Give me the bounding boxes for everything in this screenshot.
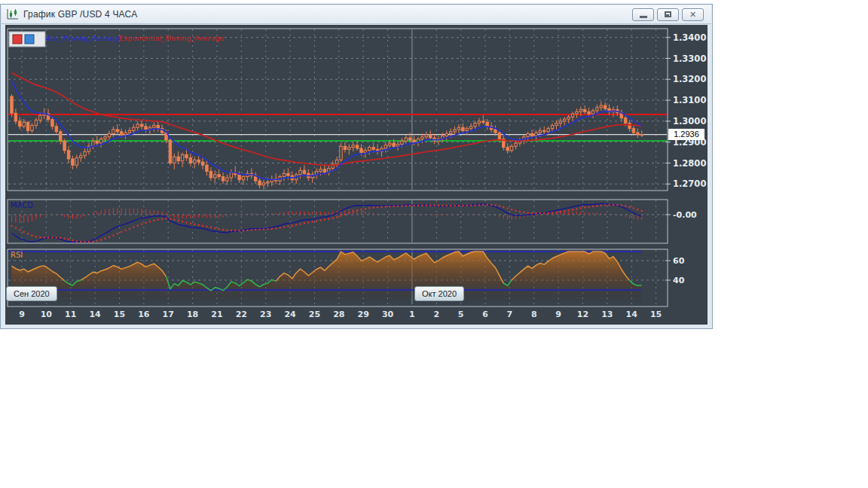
day-label: 21 (211, 310, 222, 319)
candle (262, 183, 264, 185)
candle (462, 127, 464, 130)
candle (340, 146, 342, 160)
candle (579, 110, 582, 112)
day-label: 30 (382, 310, 394, 319)
candle (356, 145, 358, 148)
candle (551, 125, 553, 128)
day-label: 25 (309, 310, 320, 319)
day-label: 9 (19, 310, 25, 319)
candle (352, 145, 354, 148)
minimize-button[interactable] (632, 8, 654, 21)
candle (19, 121, 21, 127)
restore-button[interactable] (657, 8, 679, 21)
candle (478, 121, 480, 124)
candle (555, 124, 558, 126)
day-label: 8 (531, 310, 537, 319)
candle (583, 110, 585, 112)
day-label: 10 (41, 310, 53, 319)
candle (600, 105, 602, 108)
day-label: 14 (89, 310, 101, 319)
candle (396, 144, 399, 146)
day-label: 9 (555, 310, 561, 319)
candle (80, 156, 82, 158)
desktop: График GBP /USD 4 ЧАСА ✕ Exponential_Mov… (0, 0, 868, 488)
window-titlebar[interactable]: График GBP /USD 4 ЧАСА ✕ (2, 5, 711, 24)
price-tick-label: 1.2700 (673, 178, 706, 189)
candle (283, 173, 285, 176)
candle (640, 135, 643, 136)
candle (319, 169, 322, 172)
candle (449, 132, 451, 134)
price-tick-label: 1.3200 (673, 74, 706, 84)
candle (14, 113, 17, 121)
day-label: 28 (333, 310, 344, 319)
close-icon: ✕ (689, 11, 696, 19)
candle (201, 162, 203, 165)
candle (348, 148, 350, 150)
candle (344, 146, 346, 149)
candle (75, 158, 78, 166)
day-label: 6 (482, 310, 488, 319)
candle (206, 165, 208, 171)
candle (576, 111, 578, 114)
candle (112, 130, 115, 134)
candle (547, 129, 549, 132)
candle (454, 130, 456, 132)
candle (498, 133, 500, 139)
candle (543, 130, 546, 131)
candle (494, 130, 497, 133)
day-label: 2 (433, 310, 439, 319)
candle (35, 120, 37, 126)
candle (145, 127, 147, 130)
day-label: 15 (114, 310, 125, 319)
close-button[interactable]: ✕ (682, 8, 704, 21)
candle (323, 169, 326, 172)
day-label: 29 (358, 310, 369, 319)
candle (218, 175, 220, 177)
day-label: 24 (284, 310, 296, 319)
macd-label: MACD (11, 201, 33, 209)
candle (632, 129, 634, 133)
candle (124, 133, 127, 135)
candle (360, 148, 362, 153)
chart-canvas[interactable]: Exponential_Moving_AverageExponential_Mo… (0, 23, 713, 325)
candle (177, 157, 179, 161)
month-tag-september: Сен 2020 (6, 286, 57, 301)
candle (486, 122, 488, 127)
day-label: 11 (65, 310, 76, 319)
candle (506, 148, 509, 151)
candle (230, 172, 232, 178)
restore-icon (665, 11, 671, 17)
macd-axis-label: -0.00 (673, 210, 697, 220)
candle (242, 177, 244, 180)
candle (214, 175, 216, 178)
candle (63, 141, 66, 151)
candle (457, 127, 460, 130)
candle (23, 122, 25, 127)
candle (405, 138, 407, 141)
candle (425, 135, 427, 137)
legend-swatch-red (13, 35, 22, 44)
candle (303, 170, 305, 173)
candle (133, 127, 135, 130)
candle (637, 133, 639, 135)
candle (413, 140, 415, 142)
candle (120, 132, 122, 135)
candle (515, 143, 517, 146)
candle (185, 154, 188, 157)
day-label: 14 (626, 310, 638, 319)
candle (226, 178, 228, 181)
candle (571, 114, 573, 117)
candle (39, 115, 41, 120)
candle (55, 127, 57, 132)
price-tick-label: 1.3300 (673, 53, 706, 64)
candle (258, 181, 261, 185)
candle (559, 121, 561, 124)
candle (567, 117, 570, 119)
day-label: 12 (577, 310, 588, 319)
candle (26, 122, 29, 130)
candle (530, 134, 533, 136)
day-label: 18 (187, 310, 198, 319)
legend-swatch-blue (25, 35, 34, 44)
candle (96, 141, 98, 143)
